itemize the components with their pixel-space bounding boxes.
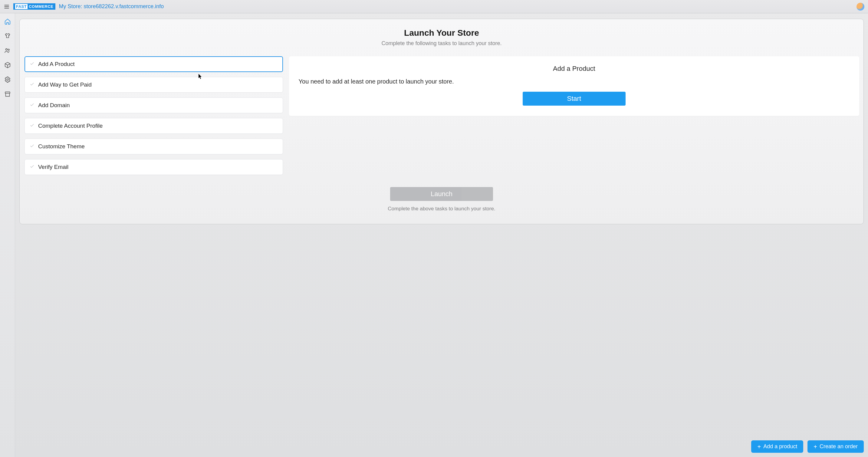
store-link[interactable]: My Store: store682262.v.fastcommerce.inf… <box>59 3 164 10</box>
task-get-paid[interactable]: Add Way to Get Paid <box>25 77 283 93</box>
fab-label: Create an order <box>819 444 858 450</box>
main-content: Launch Your Store Complete the following… <box>15 13 868 457</box>
check-icon <box>30 82 34 88</box>
home-icon <box>4 18 11 25</box>
task-verify-email[interactable]: Verify Email <box>25 159 283 175</box>
nav-products[interactable] <box>4 32 11 40</box>
gear-icon <box>4 76 11 83</box>
check-icon <box>30 61 34 67</box>
avatar[interactable] <box>857 3 864 10</box>
card-body: Add A Product Add Way to Get Paid Add Do… <box>24 56 859 184</box>
hamburger-icon <box>4 4 10 10</box>
task-customize-theme[interactable]: Customize Theme <box>25 139 283 154</box>
fab-row: + Add a product + Create an order <box>751 440 864 453</box>
svg-point-5 <box>7 79 8 81</box>
launch-button[interactable]: Launch <box>390 187 493 201</box>
page-subtitle: Complete the following tasks to launch y… <box>24 40 859 47</box>
check-icon <box>30 123 34 129</box>
task-label: Complete Account Profile <box>38 123 102 129</box>
package-icon <box>4 62 11 68</box>
check-icon <box>30 143 34 150</box>
task-label: Add A Product <box>38 61 74 67</box>
storefront-icon <box>4 91 11 97</box>
task-label: Add Domain <box>38 102 70 109</box>
task-label: Add Way to Get Paid <box>38 82 92 88</box>
detail-title: Add a Product <box>299 65 849 73</box>
check-icon <box>30 164 34 171</box>
plus-icon: + <box>813 444 817 450</box>
check-icon <box>30 102 34 109</box>
detail-description: You need to add at least one product to … <box>299 78 849 85</box>
card-header: Launch Your Store Complete the following… <box>24 28 859 47</box>
menu-toggle-button[interactable] <box>2 2 11 11</box>
launch-note: Complete the above tasks to launch your … <box>24 206 859 212</box>
app-logo[interactable]: FASTCOMMERCE <box>13 3 55 10</box>
side-rail <box>0 13 15 457</box>
launch-card: Launch Your Store Complete the following… <box>19 19 864 224</box>
nav-storefront[interactable] <box>4 90 11 98</box>
page-title: Launch Your Store <box>24 28 859 38</box>
nav-settings[interactable] <box>4 76 11 84</box>
task-list: Add A Product Add Way to Get Paid Add Do… <box>24 56 283 175</box>
nav-customers[interactable] <box>4 47 11 55</box>
task-label: Customize Theme <box>38 143 85 150</box>
svg-point-3 <box>5 49 7 51</box>
people-icon <box>4 47 11 54</box>
task-add-product[interactable]: Add A Product <box>25 56 283 72</box>
create-order-button[interactable]: + Create an order <box>807 440 864 453</box>
task-detail-panel: Add a Product You need to add at least o… <box>289 56 859 116</box>
svg-point-4 <box>8 49 9 51</box>
task-label: Verify Email <box>38 164 68 171</box>
start-button[interactable]: Start <box>523 92 626 105</box>
task-add-domain[interactable]: Add Domain <box>25 97 283 113</box>
task-complete-profile[interactable]: Complete Account Profile <box>25 118 283 134</box>
tshirt-icon <box>4 33 11 39</box>
add-product-button[interactable]: + Add a product <box>751 440 803 453</box>
fab-label: Add a product <box>763 444 797 450</box>
app-header: FASTCOMMERCE My Store: store682262.v.fas… <box>0 0 868 13</box>
nav-home[interactable] <box>4 18 11 25</box>
card-footer: Launch Complete the above tasks to launc… <box>24 187 859 212</box>
nav-orders[interactable] <box>4 61 11 69</box>
plus-icon: + <box>757 444 761 450</box>
